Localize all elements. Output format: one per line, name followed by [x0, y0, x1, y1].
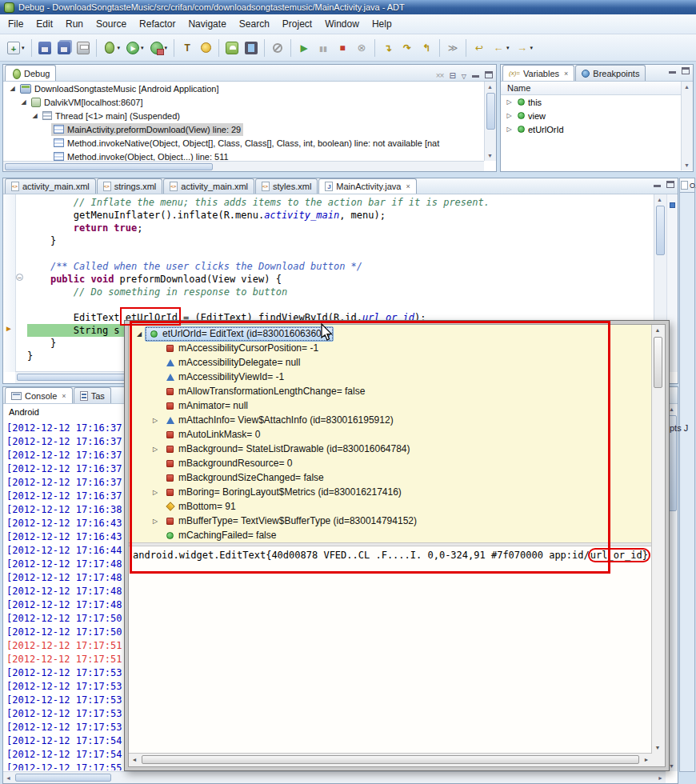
- popup-detail-pane[interactable]: android.widget.EditText{40d00878 VFED..C…: [129, 546, 665, 753]
- tree-expander-icon[interactable]: [150, 431, 161, 438]
- popup-variable-row[interactable]: ▷mAttachInfo= View$AttachInfo (id=830016…: [129, 413, 665, 427]
- external-tools-button[interactable]: ▾: [147, 38, 171, 58]
- console-hscrollbar[interactable]: ◄ ►: [3, 771, 666, 783]
- new-wizard-dropdown-icon[interactable]: ▾: [22, 45, 25, 51]
- scroll-down-icon[interactable]: ▼: [682, 160, 692, 170]
- menu-search[interactable]: Search: [233, 16, 276, 32]
- tab-strings-xml[interactable]: strings.xml: [97, 178, 163, 194]
- menu-file[interactable]: File: [2, 16, 30, 32]
- step-return-button[interactable]: [417, 38, 436, 58]
- tree-expander-icon[interactable]: [150, 359, 161, 366]
- scroll-down-icon[interactable]: ▼: [485, 150, 495, 161]
- forward-button[interactable]: ▾: [513, 38, 537, 58]
- disconnect-button[interactable]: [352, 38, 371, 58]
- popup-variable-row[interactable]: mAccessibilityCursorPosition= -1: [129, 341, 665, 355]
- tab-variables[interactable]: Variables×: [502, 65, 574, 81]
- close-icon[interactable]: ×: [406, 182, 410, 190]
- maximize-button[interactable]: [485, 71, 493, 78]
- menu-refactor[interactable]: Refactor: [133, 16, 182, 32]
- popup-hscrollbar[interactable]: ◄ ►: [129, 753, 665, 766]
- code-line[interactable]: // Inflate the menu; this adds items to …: [27, 196, 654, 209]
- scroll-up-icon[interactable]: ▲: [654, 194, 665, 205]
- tree-expander-icon[interactable]: ▷: [504, 98, 514, 106]
- run-button[interactable]: ▾: [123, 38, 147, 58]
- popup-variable-row[interactable]: mBackgroundResource= 0: [129, 456, 665, 470]
- suspend-button[interactable]: [314, 38, 333, 58]
- tree-expander-icon[interactable]: [150, 388, 161, 395]
- remove-terminated-button[interactable]: [436, 67, 444, 82]
- save-button[interactable]: [35, 38, 54, 58]
- code-line[interactable]: [27, 298, 654, 311]
- scroll-left-icon[interactable]: ◄: [129, 754, 140, 766]
- tree-expander-icon[interactable]: ◢: [18, 98, 29, 106]
- tree-expander-icon[interactable]: [41, 126, 51, 133]
- variable-row[interactable]: ▷this: [502, 95, 680, 109]
- tab-activity-main-xml[interactable]: activity_main.xml: [163, 178, 254, 194]
- popup-variable-row[interactable]: mBottom= 91: [129, 499, 665, 514]
- popup-variable-row[interactable]: mAccessibilityViewId= -1: [129, 370, 665, 384]
- android-sdk-manager-button[interactable]: [222, 38, 242, 58]
- debug-tree-row[interactable]: ◢Thread [<1> main] (Suspended): [4, 109, 483, 122]
- popup-variable-row[interactable]: ▷mBackground= StateListDrawable (id=8300…: [129, 442, 665, 456]
- scrollbar-thumb[interactable]: [15, 774, 111, 782]
- menu-navigate[interactable]: Navigate: [182, 16, 232, 32]
- last-edit-location-button[interactable]: [470, 38, 489, 58]
- scrollbar-thumb[interactable]: [654, 337, 662, 388]
- code-line[interactable]: /** Called when the user clicks the Down…: [27, 260, 654, 273]
- tree-expander-icon[interactable]: ▷: [504, 112, 514, 119]
- tab-activity-main-xml[interactable]: activity_main.xml: [5, 178, 96, 194]
- debug-vscrollbar[interactable]: ▲ ▼: [484, 82, 496, 161]
- debug-hscrollbar[interactable]: [3, 161, 484, 171]
- scrollbar-thumb[interactable]: [486, 93, 495, 130]
- variable-row[interactable]: ▷view: [502, 109, 680, 122]
- tab-breakpoints[interactable]: Breakpoints: [575, 65, 646, 81]
- code-line[interactable]: }: [27, 234, 654, 247]
- menu-edit[interactable]: Edit: [30, 16, 59, 32]
- tree-expander-icon[interactable]: [41, 153, 51, 160]
- close-icon[interactable]: ×: [62, 392, 66, 400]
- tree-expander-icon[interactable]: [150, 374, 161, 381]
- tree-expander-icon[interactable]: [150, 503, 161, 510]
- popup-variable-row[interactable]: mAutoLinkMask= 0: [129, 427, 665, 442]
- tree-expander-icon[interactable]: ◢: [134, 330, 145, 338]
- tree-expander-icon[interactable]: ▷: [504, 126, 514, 133]
- code-line[interactable]: [27, 247, 654, 260]
- debug-tree-row[interactable]: MainActivity.preformDownload(View) line:…: [4, 122, 483, 136]
- tree-expander-icon[interactable]: ▷: [150, 489, 161, 496]
- maximize-button[interactable]: [666, 181, 674, 188]
- minimize-button[interactable]: [472, 71, 479, 78]
- tree-expander-icon[interactable]: ▷: [150, 417, 161, 424]
- tab-console[interactable]: Console×: [5, 387, 73, 403]
- step-into-button[interactable]: [378, 38, 398, 58]
- tab-debug[interactable]: Debug: [5, 65, 56, 81]
- scrollbar-thumb[interactable]: [142, 755, 639, 764]
- open-type-button[interactable]: [178, 38, 197, 58]
- menu-run[interactable]: Run: [59, 16, 90, 32]
- code-line[interactable]: return true;: [27, 222, 654, 234]
- collapse-fold-icon[interactable]: −: [16, 274, 23, 281]
- tab-styles-xml[interactable]: styles.xml: [255, 178, 318, 194]
- variable-row[interactable]: ▷etUrlOrId: [502, 122, 680, 136]
- back-dropdown-icon[interactable]: ▾: [506, 45, 510, 51]
- tree-expander-icon[interactable]: [150, 345, 161, 352]
- popup-variable-row[interactable]: ▷mBoring= BoringLayout$Metrics (id=83001…: [129, 485, 665, 499]
- menu-help[interactable]: Help: [366, 16, 398, 32]
- tree-expander-icon[interactable]: ▷: [150, 518, 161, 525]
- scroll-left-icon[interactable]: ◄: [3, 773, 14, 783]
- run-dropdown-icon[interactable]: ▾: [141, 45, 144, 51]
- tree-expander-icon[interactable]: [150, 460, 161, 467]
- menu-window[interactable]: Window: [318, 16, 366, 32]
- collapse-all-button[interactable]: [449, 67, 455, 82]
- scrollbar-thumb[interactable]: [5, 163, 213, 170]
- tree-expander-icon[interactable]: [41, 139, 51, 146]
- debug-tree-row[interactable]: ◢DownloadSongtasteMusic [Android Applica…: [4, 82, 483, 95]
- close-icon[interactable]: ×: [564, 70, 568, 78]
- view-menu-button[interactable]: [462, 67, 466, 82]
- use-step-filters-button[interactable]: [443, 38, 462, 58]
- search-button[interactable]: [197, 38, 215, 58]
- minimize-button[interactable]: [654, 181, 661, 188]
- popup-variable-row[interactable]: mBackgroundSizeChanged= false: [129, 470, 665, 485]
- overview-mark[interactable]: [670, 202, 675, 208]
- variables-name-column-header[interactable]: Name: [501, 82, 693, 95]
- popup-variable-row[interactable]: ◢etUrlOrId= EditText (id=830016063608): [129, 326, 665, 341]
